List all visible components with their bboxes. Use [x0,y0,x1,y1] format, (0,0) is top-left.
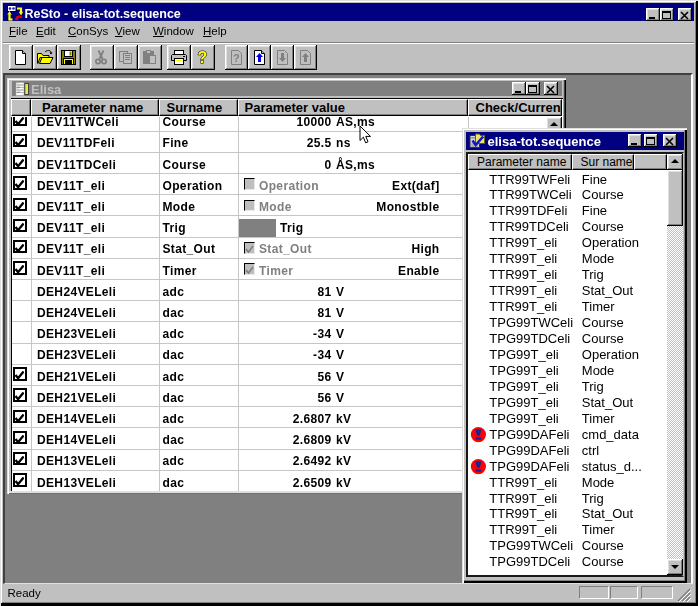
svg-text:?: ? [233,52,240,64]
svg-text:?: ? [198,49,208,66]
